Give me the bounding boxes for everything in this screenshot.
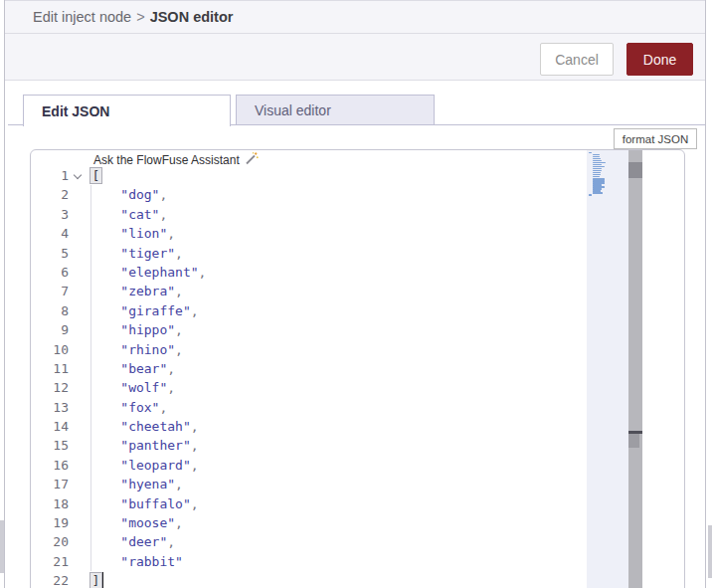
code-line[interactable]: 6 "elephant", (31, 263, 627, 282)
line-number[interactable]: 5 (31, 244, 69, 263)
line-number[interactable]: 12 (31, 378, 69, 397)
right-page-scrollbar[interactable] (708, 525, 712, 578)
code-line[interactable]: 21 "rabbit" (31, 552, 627, 571)
code-content[interactable]: "moose", (89, 513, 183, 532)
line-number[interactable]: 15 (31, 436, 69, 455)
editor-scrollbar-thumb[interactable] (628, 162, 642, 178)
line-number[interactable]: 17 (31, 475, 69, 493)
json-string: "buffalo" (120, 496, 190, 511)
code-line[interactable]: 20 "deer", (31, 532, 627, 551)
code-line[interactable]: 19 "moose", (31, 513, 627, 532)
code-line[interactable]: 10 "rhino", (31, 340, 627, 359)
code-content[interactable]: "rhino", (89, 340, 183, 359)
code-content[interactable]: ] (89, 571, 103, 588)
minimap[interactable] (587, 150, 628, 588)
gutter-fold-column (69, 166, 89, 185)
line-number[interactable]: 19 (31, 513, 69, 532)
code-line[interactable]: 16 "leopard", (31, 456, 627, 475)
gutter-fold-column (69, 436, 89, 455)
code-content[interactable]: "cheetah", (89, 417, 199, 436)
code-line[interactable]: 17 "hyena", (31, 475, 627, 493)
line-number[interactable]: 6 (31, 263, 69, 282)
json-string: "zebra" (120, 284, 175, 298)
code-line[interactable]: 1[ (31, 166, 627, 185)
line-number[interactable]: 11 (31, 359, 69, 378)
assistant-hint-button[interactable]: Ask the FlowFuse Assistant (93, 152, 259, 167)
line-number[interactable]: 13 (31, 398, 69, 417)
code-content[interactable]: "lion", (89, 224, 175, 243)
code-line[interactable]: 18 "buffalo", (31, 494, 627, 513)
tab-edit-json-label: Edit JSON (42, 103, 109, 119)
comma: , (159, 207, 167, 222)
cancel-button[interactable]: Cancel (540, 43, 614, 76)
code-content[interactable]: "panther", (89, 436, 199, 455)
chevron-down-icon[interactable] (74, 171, 82, 179)
code-content[interactable]: "dog", (89, 185, 167, 204)
line-number[interactable]: 3 (31, 205, 69, 224)
breadcrumb-parent[interactable]: Edit inject node (33, 9, 131, 25)
code-line[interactable]: 7 "zebra", (31, 282, 627, 300)
code-content[interactable]: "buffalo", (89, 494, 199, 513)
code-line[interactable]: 2 "dog", (31, 185, 627, 204)
comma: , (175, 342, 183, 357)
code-line[interactable]: 12 "wolf", (31, 378, 627, 397)
code-content[interactable]: "giraffe", (89, 301, 199, 320)
code-content[interactable]: "tiger", (89, 244, 183, 263)
code-content[interactable]: "wolf", (89, 378, 175, 397)
code-line[interactable]: 15 "panther", (31, 436, 627, 455)
tab-edit-json[interactable]: Edit JSON (23, 95, 231, 126)
code-editor[interactable]: Ask the FlowFuse Assistant 1[2 "dog",3 "… (30, 149, 685, 588)
code-line[interactable]: 3 "cat", (31, 205, 627, 224)
comma: , (191, 496, 199, 511)
code-line[interactable]: 4 "lion", (31, 224, 627, 243)
minimap-line-mark (589, 152, 592, 153)
code-line[interactable]: 9 "hippo", (31, 320, 627, 339)
code-line[interactable]: 5 "tiger", (31, 244, 627, 263)
code-content[interactable]: "fox", (89, 398, 167, 417)
line-number[interactable]: 16 (31, 456, 69, 475)
line-number[interactable]: 22 (31, 571, 69, 588)
code-line[interactable]: 13 "fox", (31, 398, 627, 417)
tab-visual-editor[interactable]: Visual editor (236, 95, 435, 125)
code-content[interactable]: "hyena", (89, 475, 183, 493)
gutter-fold-column (69, 532, 89, 551)
json-string: "giraffe" (120, 303, 190, 318)
comma: , (167, 226, 175, 241)
code-content[interactable]: "leopard", (89, 456, 199, 475)
line-number[interactable]: 20 (31, 532, 69, 551)
code-content[interactable]: [ (89, 166, 102, 185)
line-number[interactable]: 18 (31, 494, 69, 513)
code-content[interactable]: "elephant", (89, 263, 206, 282)
code-content[interactable]: "zebra", (89, 282, 183, 300)
code-content[interactable]: "cat", (89, 205, 167, 224)
format-json-button[interactable]: format JSON (614, 128, 697, 149)
gutter-fold-column (69, 224, 89, 243)
json-string: "rhino" (120, 342, 175, 357)
line-number[interactable]: 7 (31, 282, 69, 300)
code-line[interactable]: 8 "giraffe", (31, 301, 627, 320)
code-line[interactable]: 11 "bear", (31, 359, 627, 378)
code-content[interactable]: "deer", (89, 532, 175, 551)
line-number[interactable]: 2 (31, 185, 69, 204)
line-number[interactable]: 9 (31, 320, 69, 339)
code-content[interactable]: "bear", (89, 359, 175, 378)
line-number[interactable]: 14 (31, 417, 69, 436)
action-bar: Cancel Done (5, 34, 705, 81)
code-content[interactable]: "hippo", (89, 320, 183, 339)
code-line[interactable]: 14 "cheetah", (31, 417, 627, 436)
line-number[interactable]: 8 (31, 301, 69, 320)
left-page-scrollbar[interactable] (0, 520, 4, 573)
gutter-fold-column (69, 185, 89, 204)
done-button[interactable]: Done (626, 43, 693, 76)
line-number[interactable]: 21 (31, 552, 69, 571)
editor-scrollbar-track[interactable] (628, 150, 642, 588)
code-line[interactable]: 22] (31, 571, 627, 588)
line-number[interactable]: 1 (31, 166, 69, 185)
text-cursor (102, 572, 104, 588)
line-number[interactable]: 4 (31, 224, 69, 243)
gutter-fold-column (69, 378, 89, 397)
code-content[interactable]: "rabbit" (89, 552, 183, 571)
line-number[interactable]: 10 (31, 340, 69, 359)
page-title: JSON editor (150, 9, 234, 25)
gutter-fold-column (69, 244, 89, 263)
